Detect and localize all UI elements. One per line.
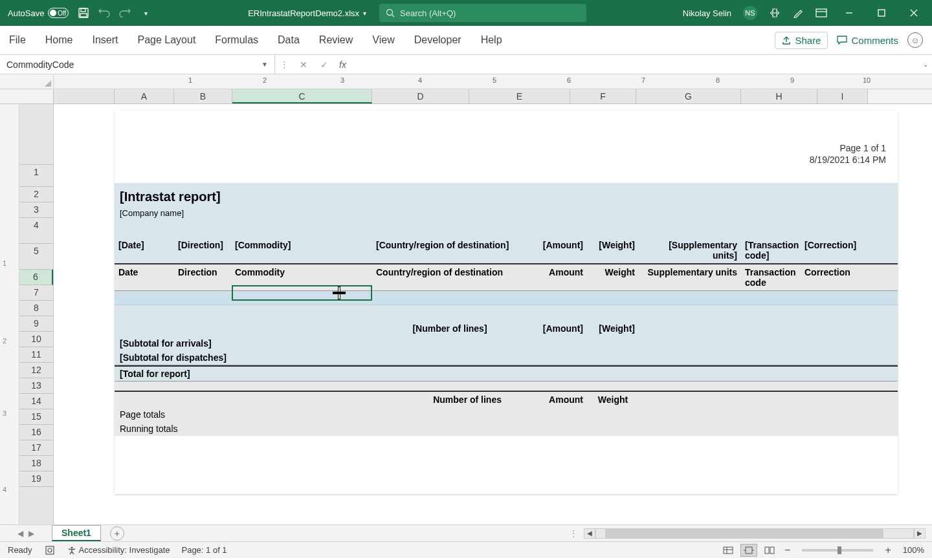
row-header-5[interactable]: 5 <box>19 244 53 270</box>
redo-icon[interactable] <box>119 7 131 19</box>
row-header-18[interactable]: 18 <box>19 456 53 471</box>
tab-page-layout[interactable]: Page Layout <box>137 32 195 48</box>
tab-data[interactable]: Data <box>278 32 300 48</box>
row-header-4[interactable]: 4 <box>19 218 53 244</box>
row-header-2[interactable]: 2 <box>19 187 53 202</box>
row-header-3[interactable]: 3 <box>19 202 53 218</box>
row-header-8[interactable]: 8 <box>19 301 53 316</box>
normal-view-button[interactable] <box>720 544 737 557</box>
scroll-left-button[interactable]: ◀ <box>584 528 595 539</box>
col-header-e[interactable]: E <box>469 89 570 103</box>
qat-dropdown-icon[interactable]: ▾ <box>140 7 151 19</box>
hdr-commodity[interactable]: [Commodity] <box>231 237 372 263</box>
col-header-a[interactable]: A <box>115 89 174 103</box>
scroll-right-button[interactable]: ▶ <box>914 528 926 539</box>
data-row[interactable] <box>115 291 898 305</box>
zoom-slider-thumb[interactable] <box>838 546 841 554</box>
ftr-lines[interactable]: Number of lines <box>372 392 527 407</box>
select-all-corner[interactable] <box>0 89 54 103</box>
sum-amount[interactable]: [Amount] <box>527 321 587 336</box>
undo-icon[interactable] <box>98 7 110 19</box>
expand-formula-bar-icon[interactable]: ⌄ <box>919 61 932 68</box>
pen-icon[interactable] <box>792 7 804 19</box>
sum-weight[interactable]: [Weight] <box>587 321 639 336</box>
page-break-view-button[interactable] <box>761 544 778 557</box>
col-header-c[interactable]: C <box>232 89 372 103</box>
diamond-icon[interactable] <box>769 7 781 19</box>
name-box-dropdown-icon[interactable]: ▼ <box>261 61 268 68</box>
dhdr-date[interactable]: Date <box>115 264 174 290</box>
toggle-switch[interactable]: Off <box>48 8 69 18</box>
scroll-thumb[interactable] <box>605 529 883 538</box>
row-header-12[interactable]: 12 <box>19 363 53 378</box>
tab-home[interactable]: Home <box>45 32 73 48</box>
fx-icon[interactable]: fx <box>335 59 350 70</box>
hdr-direction[interactable]: [Direction] <box>174 237 231 263</box>
col-header-g[interactable]: G <box>636 89 741 103</box>
row-header-10[interactable]: 10 <box>19 332 53 347</box>
subtotal-dispatches[interactable]: [Subtotal for dispatches] <box>115 350 898 365</box>
tab-review[interactable]: Review <box>319 32 353 48</box>
dhdr-amount[interactable]: Amount <box>527 264 587 290</box>
comments-button[interactable]: Comments <box>837 35 898 46</box>
name-box[interactable]: CommodityCode ▼ <box>0 55 275 74</box>
running-totals-row[interactable]: Running totals <box>115 422 898 436</box>
hdr-supp[interactable]: [Supplementary units] <box>639 237 741 263</box>
col-header-d[interactable]: D <box>372 89 469 103</box>
row-header-6[interactable]: 6 <box>19 270 53 285</box>
hdr-date[interactable]: [Date] <box>115 237 174 263</box>
row-header-7[interactable]: 7 <box>19 285 53 301</box>
row-header-14[interactable]: 14 <box>19 394 53 409</box>
tab-developer[interactable]: Developer <box>414 32 461 48</box>
tab-prev-icon[interactable]: ◀ <box>17 529 23 538</box>
dhdr-corr[interactable]: Correction <box>801 264 859 290</box>
row-header-1[interactable]: 1 <box>19 165 53 187</box>
tab-file[interactable]: File <box>9 32 26 48</box>
cancel-formula-button[interactable]: ✕ <box>294 59 313 70</box>
dhdr-country[interactable]: Country/region of destination <box>372 264 527 290</box>
autosave-toggle[interactable]: AutoSave Off <box>8 8 69 18</box>
dhdr-weight[interactable]: Weight <box>587 264 639 290</box>
user-avatar[interactable]: NS <box>743 6 757 20</box>
hdr-amount[interactable]: [Amount] <box>527 237 587 263</box>
tab-help[interactable]: Help <box>481 32 502 48</box>
page-layout-view-button[interactable] <box>740 544 757 557</box>
dhdr-commodity[interactable]: Commodity <box>231 264 372 290</box>
tab-next-icon[interactable]: ▶ <box>28 529 34 538</box>
tab-insert[interactable]: Insert <box>92 32 118 48</box>
col-header-b[interactable]: B <box>174 89 232 103</box>
dhdr-supp[interactable]: Supplementary units <box>639 264 741 290</box>
row-header-15[interactable]: 15 <box>19 409 53 425</box>
col-header-h[interactable]: H <box>741 89 817 103</box>
hdr-country[interactable]: [Country/region of destination] <box>372 237 527 263</box>
macro-record-icon[interactable] <box>44 544 56 556</box>
feedback-button[interactable]: ☺ <box>907 32 923 48</box>
scroll-track[interactable] <box>595 528 914 539</box>
hdr-corr[interactable]: [Correction] <box>801 237 859 263</box>
enter-formula-button[interactable]: ✓ <box>315 59 334 70</box>
zoom-in-button[interactable]: + <box>882 544 893 556</box>
filename-dropdown-icon[interactable]: ▾ <box>363 10 366 17</box>
horizontal-scrollbar[interactable]: ⋮ ◀ ▶ <box>570 528 932 539</box>
ftr-weight[interactable]: Weight <box>587 392 639 407</box>
share-button[interactable]: Share <box>775 32 828 49</box>
formula-options-icon[interactable]: ⋮ <box>280 59 289 69</box>
total-for-report[interactable]: [Total for report] <box>115 365 898 382</box>
row-header-16[interactable]: 16 <box>19 425 53 440</box>
tab-nav[interactable]: ◀ ▶ <box>0 529 52 538</box>
sheet-tab-sheet1[interactable]: Sheet1 <box>52 525 101 541</box>
file-name[interactable]: ERIntrastatReportDemo2.xlsx ▾ <box>248 8 366 18</box>
report-company[interactable]: [Company name] <box>115 207 898 224</box>
report-title[interactable]: [Intrastat report] <box>115 183 898 207</box>
close-button[interactable] <box>904 3 924 23</box>
ribbon-display-icon[interactable] <box>816 7 827 19</box>
subtotal-arrivals[interactable]: [Subtotal for arrivals] <box>115 336 898 350</box>
col-header-f[interactable]: F <box>570 89 636 103</box>
hdr-trans[interactable]: [Transaction code] <box>741 237 801 263</box>
minimize-button[interactable] <box>839 3 860 23</box>
dhdr-direction[interactable]: Direction <box>174 264 231 290</box>
accessibility-status[interactable]: Accessibility: Investigate <box>67 545 170 555</box>
page-totals-row[interactable]: Page totals <box>115 407 898 422</box>
sheet-canvas[interactable]: Page 1 of 1 8/19/2021 6:14 PM [Intrastat… <box>54 104 932 524</box>
row-header-17[interactable]: 17 <box>19 440 53 456</box>
